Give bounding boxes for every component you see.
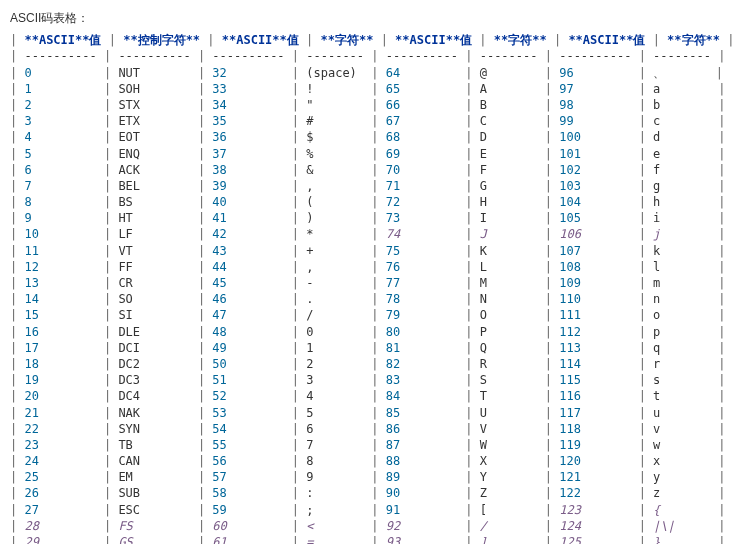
ascii-table: | **ASCII**值 | **控制字符** | **ASCII**值 | *… — [10, 32, 741, 544]
page-title: ASCII码表格： — [10, 10, 741, 26]
